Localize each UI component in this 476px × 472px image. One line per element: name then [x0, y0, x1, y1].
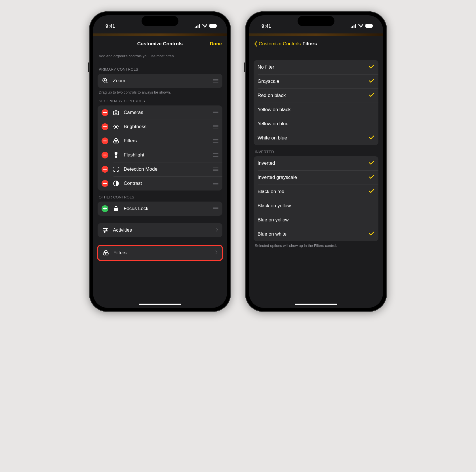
- add-button[interactable]: [102, 205, 108, 212]
- filter-label: Blue on white: [258, 231, 364, 237]
- home-indicator[interactable]: [295, 304, 337, 305]
- filter-row[interactable]: Red on black: [254, 88, 378, 103]
- chevron-left-icon: [254, 41, 258, 47]
- remove-button[interactable]: [102, 137, 108, 144]
- drag-handle-icon[interactable]: [212, 182, 218, 185]
- secondary-row-cameras[interactable]: Cameras: [98, 105, 222, 120]
- checkmark-icon: [368, 160, 374, 166]
- filter-label: Inverted grayscale: [258, 175, 364, 180]
- hint-text: Add and organize controls you use most o…: [98, 52, 222, 63]
- filters-icon: [112, 137, 120, 145]
- home-indicator[interactable]: [139, 304, 181, 305]
- wifi-icon: [202, 24, 208, 29]
- filters-group2: InvertedInverted grayscaleBlack on redBl…: [254, 156, 378, 241]
- filter-label: Yellow on blue: [258, 121, 364, 127]
- filters-card: Filters: [98, 246, 222, 260]
- wifi-icon: [358, 24, 364, 29]
- filter-row[interactable]: Inverted: [254, 156, 378, 170]
- other-row-focus-lock[interactable]: Focus Lock: [98, 202, 222, 216]
- back-label: Customize Controls: [259, 41, 301, 47]
- filters-footer: Selected options will show up in the Fil…: [254, 241, 378, 248]
- nav-bar: Customize Controls Filters: [249, 36, 383, 52]
- secondary-row-detection[interactable]: Detection Mode: [98, 162, 222, 176]
- remove-button[interactable]: [102, 109, 108, 116]
- done-button[interactable]: Done: [210, 41, 222, 47]
- contrast-icon: [112, 180, 120, 187]
- filter-label: Blue on yellow: [258, 217, 364, 223]
- row-label: Focus Lock: [124, 206, 208, 211]
- filters-highlight: Filters: [97, 245, 223, 261]
- primary-row-zoom[interactable]: Zoom: [98, 74, 222, 88]
- filter-row[interactable]: Inverted grayscale: [254, 170, 378, 185]
- secondary-row-filters[interactable]: Filters: [98, 134, 222, 148]
- status-indicators: [351, 24, 373, 29]
- row-label: Activities: [113, 227, 212, 233]
- activities-card: Activities: [98, 223, 222, 237]
- filter-row[interactable]: No filter: [254, 60, 378, 74]
- secondary-row-contrast[interactable]: Contrast: [98, 176, 222, 191]
- filter-row[interactable]: Blue on yellow: [254, 213, 378, 227]
- secondary-card: Cameras Brightness Filters: [98, 105, 222, 191]
- other-header: OTHER CONTROLS: [98, 191, 222, 202]
- screen-right: 9:41 Customize Controls Filters: [249, 15, 383, 308]
- remove-button[interactable]: [102, 166, 108, 173]
- lock-icon: [112, 205, 120, 212]
- checkmark-icon: [368, 175, 374, 180]
- svg-point-5: [115, 126, 117, 128]
- filter-label: White on blue: [258, 135, 364, 141]
- filter-row[interactable]: Blue on white: [254, 227, 378, 241]
- back-button[interactable]: Customize Controls: [254, 41, 301, 47]
- drag-handle-icon[interactable]: [212, 207, 218, 210]
- secondary-row-brightness[interactable]: Brightness: [98, 120, 222, 134]
- row-label: Filters: [124, 138, 208, 144]
- drag-handle-icon[interactable]: [212, 139, 218, 143]
- row-label: Brightness: [124, 124, 208, 130]
- remove-button[interactable]: [102, 152, 108, 158]
- checkmark-icon: [368, 135, 374, 141]
- drag-handle-icon[interactable]: [212, 79, 218, 82]
- activities-row[interactable]: Activities: [98, 223, 222, 237]
- filter-label: No filter: [258, 64, 364, 70]
- svg-point-12: [104, 228, 105, 229]
- other-card: Focus Lock: [98, 202, 222, 216]
- filters-row[interactable]: Filters: [98, 246, 222, 260]
- remove-button[interactable]: [102, 180, 108, 187]
- zoom-icon: [102, 77, 109, 84]
- row-label: Detection Mode: [124, 166, 208, 172]
- content-left[interactable]: Add and organize controls you use most o…: [93, 52, 227, 308]
- drag-handle-icon[interactable]: [212, 153, 218, 157]
- filter-row[interactable]: White on blue: [254, 131, 378, 145]
- primary-header: PRIMARY CONTROLS: [98, 63, 222, 74]
- drag-handle-icon[interactable]: [212, 168, 218, 171]
- filter-row[interactable]: Yellow on black: [254, 103, 378, 117]
- filter-row[interactable]: Black on yellow: [254, 199, 378, 213]
- checkmark-icon: [368, 64, 374, 70]
- row-label: Contrast: [124, 181, 208, 186]
- sliders-icon: [102, 227, 109, 234]
- svg-point-4: [115, 112, 117, 114]
- row-label: Flashlight: [124, 152, 208, 158]
- drag-handle-icon[interactable]: [212, 111, 218, 114]
- filter-row[interactable]: Grayscale: [254, 74, 378, 88]
- checkmark-icon: [368, 93, 374, 98]
- cellular-icon: [351, 24, 356, 29]
- svg-rect-11: [114, 208, 118, 211]
- svg-rect-18: [366, 24, 372, 27]
- filter-label: Yellow on black: [258, 107, 364, 113]
- svg-rect-19: [372, 25, 373, 27]
- filter-label: Inverted: [258, 160, 364, 166]
- svg-point-9: [116, 155, 116, 156]
- status-indicators: [195, 24, 217, 29]
- content-right[interactable]: No filterGrayscaleRed on blackYellow on …: [249, 52, 383, 308]
- background-strip: [93, 33, 227, 36]
- remove-button[interactable]: [102, 123, 108, 130]
- cameras-icon: [112, 109, 120, 116]
- battery-icon: [209, 24, 217, 29]
- filter-row[interactable]: Black on red: [254, 185, 378, 199]
- filter-row[interactable]: Yellow on blue: [254, 117, 378, 131]
- status-time: 9:41: [106, 24, 115, 29]
- drag-handle-icon[interactable]: [212, 125, 218, 128]
- filter-label: Red on black: [258, 93, 364, 98]
- secondary-row-flashlight[interactable]: Flashlight: [98, 148, 222, 162]
- phone-left: 9:41 Customize Controls Done Add and org…: [89, 11, 231, 312]
